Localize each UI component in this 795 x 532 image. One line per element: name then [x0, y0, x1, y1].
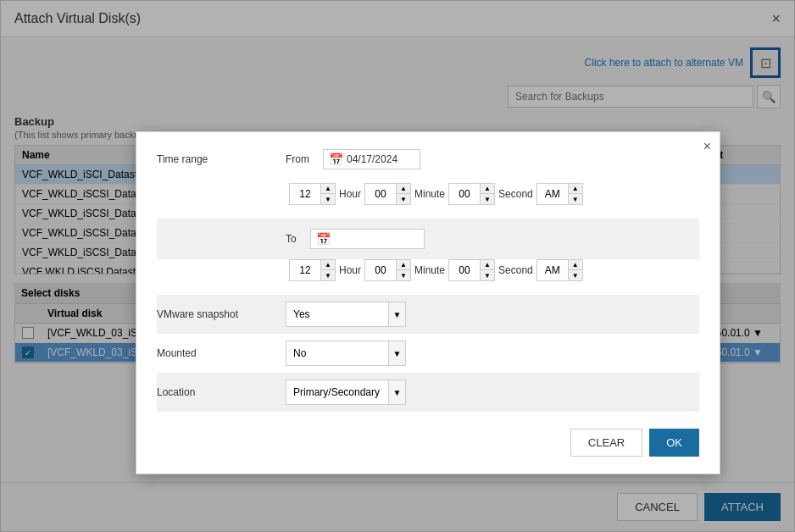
mounted-value: No [286, 343, 388, 363]
from-ampm-down[interactable]: ▼ [569, 194, 582, 204]
to-hour-input[interactable] [290, 261, 320, 280]
from-hour-label: Hour [339, 188, 361, 200]
to-second-input[interactable] [449, 261, 480, 280]
from-second-up[interactable]: ▲ [481, 184, 494, 194]
from-date-value: 04/17/2024 [347, 153, 414, 165]
to-second-spinner[interactable]: ▲ ▼ [448, 259, 495, 281]
to-hour-arrows: ▲ ▼ [320, 260, 335, 280]
from-date-input[interactable]: 📅 04/17/2024 [323, 149, 420, 169]
from-time-row: ▲ ▼ Hour ▲ ▼ Minute ▲ ▼ Second AM [289, 183, 699, 205]
to-second-label: Second [498, 264, 533, 276]
from-minute-down[interactable]: ▼ [397, 194, 410, 204]
vmware-snapshot-row: VMware snapshot Yes ▼ [157, 295, 699, 334]
location-label: Location [157, 386, 275, 398]
to-ampm-arrows: ▲ ▼ [568, 260, 582, 280]
filter-dialog: × Time range From 📅 04/17/2024 ▲ ▼ Hour … [136, 131, 720, 474]
filter-dialog-buttons: CLEAR OK [157, 429, 699, 457]
filter-dialog-close[interactable]: × [703, 139, 711, 154]
to-date-inner: To 📅 [157, 225, 699, 252]
to-minute-input[interactable] [365, 261, 396, 280]
to-label: To [286, 233, 297, 245]
to-second-down[interactable]: ▼ [481, 270, 494, 280]
vmware-snapshot-label: VMware snapshot [157, 308, 275, 320]
from-second-arrows: ▲ ▼ [480, 184, 494, 204]
from-minute-up[interactable]: ▲ [397, 184, 410, 194]
to-hour-down[interactable]: ▼ [321, 270, 335, 280]
mounted-label: Mounted [157, 347, 275, 359]
to-ampm-spinner[interactable]: AM ▲ ▼ [536, 259, 583, 281]
to-hour-spinner[interactable]: ▲ ▼ [289, 259, 336, 281]
location-row: Location Primary/Secondary ▼ [157, 373, 699, 412]
from-ampm-up[interactable]: ▲ [569, 184, 582, 194]
mounted-row: Mounted No ▼ [157, 334, 699, 373]
to-ampm-value: AM [537, 261, 568, 280]
from-second-spinner[interactable]: ▲ ▼ [448, 183, 495, 205]
vmware-snapshot-arrow[interactable]: ▼ [388, 302, 405, 326]
to-date-row: To 📅 [157, 219, 699, 259]
location-value: Primary/Secondary [286, 382, 388, 402]
to-minute-down[interactable]: ▼ [397, 270, 410, 280]
mounted-select[interactable]: No ▼ [286, 341, 406, 366]
from-minute-arrows: ▲ ▼ [396, 184, 410, 204]
time-range-from-row: Time range From 📅 04/17/2024 [157, 149, 699, 169]
from-hour-down[interactable]: ▼ [321, 194, 335, 204]
to-ampm-up[interactable]: ▲ [569, 260, 582, 270]
calendar-icon: 📅 [329, 152, 343, 166]
from-hour-spinner[interactable]: ▲ ▼ [289, 183, 336, 205]
to-date-input[interactable]: 📅 [310, 229, 425, 249]
to-time-row: ▲ ▼ Hour ▲ ▼ Minute ▲ ▼ Second AM ▲ ▼ [289, 259, 699, 281]
to-calendar-icon: 📅 [316, 232, 331, 246]
from-ampm-value: AM [537, 185, 568, 203]
from-minute-label: Minute [414, 188, 445, 200]
vmware-snapshot-value: Yes [286, 304, 388, 324]
location-arrow[interactable]: ▼ [388, 380, 405, 404]
to-second-arrows: ▲ ▼ [480, 260, 494, 280]
to-minute-label: Minute [414, 264, 445, 276]
to-minute-up[interactable]: ▲ [397, 260, 410, 270]
from-minute-spinner[interactable]: ▲ ▼ [364, 183, 411, 205]
from-label: From [286, 153, 309, 165]
from-minute-input[interactable] [365, 185, 396, 203]
to-ampm-down[interactable]: ▼ [569, 270, 582, 280]
from-second-down[interactable]: ▼ [481, 194, 494, 204]
to-hour-label: Hour [339, 264, 361, 276]
from-second-input[interactable] [449, 185, 480, 203]
clear-button[interactable]: CLEAR [570, 429, 642, 457]
to-minute-arrows: ▲ ▼ [396, 260, 410, 280]
time-range-label: Time range [157, 153, 275, 165]
from-second-label: Second [498, 188, 533, 200]
location-select[interactable]: Primary/Secondary ▼ [286, 380, 406, 405]
ok-button[interactable]: OK [649, 429, 699, 457]
from-ampm-arrows: ▲ ▼ [568, 184, 582, 204]
from-hour-input[interactable] [290, 185, 320, 203]
from-ampm-spinner[interactable]: AM ▲ ▼ [536, 183, 583, 205]
from-hour-arrows: ▲ ▼ [320, 184, 335, 204]
to-second-up[interactable]: ▲ [481, 260, 494, 270]
to-minute-spinner[interactable]: ▲ ▼ [364, 259, 411, 281]
to-hour-up[interactable]: ▲ [321, 260, 335, 270]
from-hour-up[interactable]: ▲ [321, 184, 335, 194]
vmware-snapshot-select[interactable]: Yes ▼ [286, 302, 406, 327]
mounted-arrow[interactable]: ▼ [388, 341, 405, 365]
